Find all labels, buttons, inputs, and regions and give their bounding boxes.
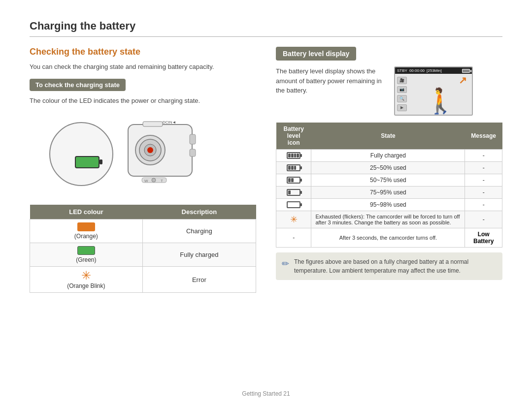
batt-icon-exhausted: ✳ bbox=[276, 211, 311, 228]
page: Charging the battery Checking the batter… bbox=[0, 0, 532, 406]
arrow-overlay: ↗ bbox=[459, 74, 467, 86]
seg4-empty bbox=[297, 178, 299, 182]
batt-state-full: Fully charged bbox=[311, 150, 465, 162]
seg2 bbox=[291, 154, 294, 157]
batt-state-exhausted: Exhausted (flickers): The camcorder will… bbox=[311, 211, 465, 228]
seg1 bbox=[288, 190, 291, 194]
seg3-empty bbox=[294, 178, 297, 182]
batt-row-full: Fully charged - bbox=[276, 150, 502, 162]
note-box: ✏ The figures above are based on a fully… bbox=[276, 252, 502, 280]
green-icon bbox=[77, 246, 95, 255]
blink-sun-icon: ✳ bbox=[81, 270, 91, 281]
seg2 bbox=[291, 178, 294, 182]
batt-msg-50-75: - bbox=[465, 174, 502, 187]
batt-state-low: After 3 seconds, the camcorder turns off… bbox=[311, 228, 465, 248]
seg1-empty bbox=[288, 203, 291, 207]
screen-icon-3: 🔍 bbox=[397, 95, 407, 102]
seg2-empty bbox=[291, 190, 294, 194]
batt-msg-full: - bbox=[465, 150, 502, 162]
low-battery-text: Low Battery bbox=[473, 231, 494, 245]
batt-icon-low: - bbox=[276, 228, 311, 248]
led-table: LED colour Description (Orange) Char bbox=[30, 205, 256, 293]
batt-row-95-98: 95~98% used - bbox=[276, 199, 502, 211]
flicker-icon: ✳ bbox=[290, 215, 298, 224]
right-top: The battery level display shows the amou… bbox=[276, 66, 502, 116]
blink-label: (Orange Blink) bbox=[67, 282, 105, 289]
seg4-empty bbox=[297, 190, 299, 194]
batt-icon-75-95 bbox=[276, 187, 311, 199]
screen-icon-1: 🎥 bbox=[397, 77, 407, 84]
batt-col-state: State bbox=[311, 123, 465, 150]
subsection-bar: To check the charging state bbox=[30, 79, 126, 91]
led-row-green: (Green) Fully charged bbox=[30, 243, 256, 267]
seg1 bbox=[288, 166, 291, 170]
batt-icon-95-98 bbox=[276, 199, 311, 211]
svg-text:DCIN◄: DCIN◄ bbox=[163, 120, 176, 125]
led-row-orange: (Orange) Charging bbox=[30, 219, 256, 243]
time-text: 00:00:00 bbox=[409, 68, 425, 73]
batt-state-75-95: 75~95% used bbox=[311, 187, 465, 199]
right-section-title: Battery level display bbox=[276, 47, 356, 61]
svg-rect-11 bbox=[190, 149, 196, 156]
led-colour-orange: (Orange) bbox=[30, 219, 143, 243]
screen-icon-2: 📷 bbox=[397, 86, 407, 94]
batt-state-25-50: 25~50% used bbox=[311, 162, 465, 174]
batt-col-message: Message bbox=[465, 123, 502, 150]
batt-state-50-75: 50~75% used bbox=[311, 174, 465, 187]
screen-icons: 🎥 📷 🔍 ▶ bbox=[396, 75, 408, 113]
svg-rect-10 bbox=[190, 134, 196, 144]
silhouette-icon: 🚶 bbox=[425, 89, 456, 113]
svg-point-4 bbox=[147, 147, 153, 153]
battery-display-text: The battery level display shows the amou… bbox=[276, 66, 384, 95]
batt-msg-low: Low Battery bbox=[465, 228, 502, 248]
batt-row-low: - After 3 seconds, the camcorder turns o… bbox=[276, 228, 502, 248]
camera-device: DCIN◄ W T bbox=[113, 115, 202, 191]
batt-row-25-50: 25~50% used - bbox=[276, 162, 502, 174]
orange-icon bbox=[77, 222, 95, 231]
seg2-empty bbox=[291, 203, 294, 207]
seg4-empty bbox=[297, 166, 299, 170]
left-column: Checking the battery state You can check… bbox=[30, 47, 256, 293]
seg3 bbox=[294, 166, 297, 170]
min-text: [253Min] bbox=[427, 68, 442, 73]
svg-rect-12 bbox=[143, 122, 163, 126]
batt-state-95-98: 95~98% used bbox=[311, 199, 465, 211]
led-col-header-desc: Description bbox=[142, 205, 256, 219]
batt-row-exhausted: ✳ Exhausted (flickers): The camcorder wi… bbox=[276, 211, 502, 228]
svg-point-9 bbox=[152, 178, 156, 182]
camera-illustration: DCIN◄ W T bbox=[30, 112, 256, 196]
note-text: The figures above are based on a fully c… bbox=[294, 257, 497, 275]
battery-full-bar bbox=[287, 152, 300, 159]
green-label: (Green) bbox=[76, 256, 96, 263]
page-title: Charging the battery bbox=[30, 20, 502, 37]
page-footer: Getting Started 21 bbox=[0, 390, 532, 397]
seg3-empty bbox=[294, 190, 297, 194]
svg-text:W: W bbox=[144, 179, 148, 183]
battery-0-bar bbox=[287, 201, 300, 208]
screen-body: 🎥 📷 🔍 ▶ 🚶 ↗ bbox=[395, 74, 472, 114]
led-note: The colour of the LED indicates the powe… bbox=[30, 96, 256, 106]
led-colour-blink: ✳ (Orange Blink) bbox=[30, 267, 143, 293]
seg4 bbox=[297, 154, 299, 157]
batt-msg-75-95: - bbox=[465, 187, 502, 199]
batt-msg-exhausted: - bbox=[465, 211, 502, 228]
right-column: Battery level display The battery level … bbox=[276, 47, 502, 293]
batt-row-75-95: 75~95% used - bbox=[276, 187, 502, 199]
screen-top-bar: STBY 00:00:00 [253Min] bbox=[395, 67, 472, 74]
note-icon: ✏ bbox=[282, 258, 289, 269]
orange-label: (Orange) bbox=[74, 233, 98, 240]
batt-icon-50-75 bbox=[276, 174, 311, 187]
batt-msg-25-50: - bbox=[465, 162, 502, 174]
led-colour-green: (Green) bbox=[30, 243, 143, 267]
camera-body bbox=[49, 122, 113, 186]
seg2 bbox=[291, 166, 294, 170]
screen-icon-4: ▶ bbox=[397, 104, 407, 112]
led-desc-charging: Charging bbox=[142, 219, 256, 243]
seg1 bbox=[288, 154, 291, 157]
seg3 bbox=[294, 154, 297, 157]
batt-icon-25-50 bbox=[276, 162, 311, 174]
led-col-header-colour: LED colour bbox=[30, 205, 143, 219]
svg-text:T: T bbox=[161, 179, 163, 183]
battery-1-bar bbox=[287, 189, 300, 196]
intro-text: You can check the charging state and rem… bbox=[30, 62, 256, 72]
